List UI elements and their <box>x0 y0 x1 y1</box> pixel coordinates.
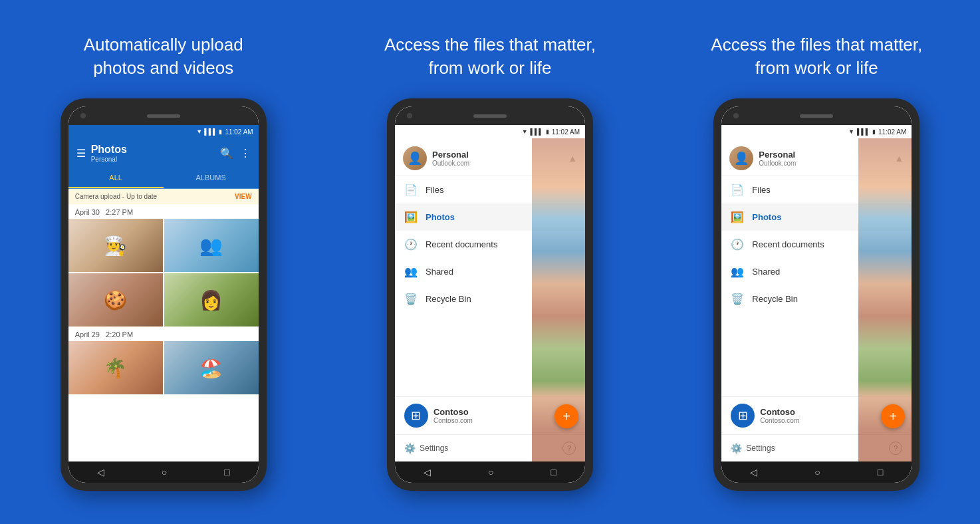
photos-icon: 🖼️ <box>404 211 418 223</box>
phone-camera <box>80 113 86 118</box>
status-time-d2: 11:02 AM <box>878 128 906 136</box>
camera-upload-bar: Camera upload - Up to date VIEW <box>68 189 259 204</box>
file-icon-2: 📄 <box>731 184 744 196</box>
home-button[interactable]: ○ <box>162 467 167 477</box>
photo-cell-1[interactable]: 👨‍🍳 <box>68 219 163 272</box>
battery-icon-d1: ▮ <box>546 128 549 135</box>
recycle-icon: 🗑️ <box>404 293 418 305</box>
panel-title-drawer2: Access the files that matter,from work o… <box>711 33 922 80</box>
back-button-d2[interactable]: ◁ <box>750 467 757 477</box>
recycle-icon-2: 🗑️ <box>731 293 744 305</box>
photo-cell-3[interactable]: 🍪 <box>68 273 163 327</box>
battery-icon: ▮ <box>219 128 222 135</box>
home-button-d1[interactable]: ○ <box>488 467 493 477</box>
signal-icon-d1: ▌▌▌ <box>531 128 543 135</box>
account-avatar-2: ⊞ <box>404 404 428 428</box>
view-button[interactable]: VIEW <box>235 193 252 200</box>
account-avatar-2b: ⊞ <box>731 404 755 428</box>
phone-topbar-d2 <box>721 106 912 125</box>
status-bar-photos: ▼ ▌▌▌ ▮ 11:02 AM <box>68 125 259 138</box>
signal-icons: ▼ ▌▌▌ ▮ <box>196 128 222 135</box>
photo-cell-5[interactable]: 🌴 <box>68 341 163 394</box>
tab-albums[interactable]: ALBUMS <box>164 168 259 188</box>
wifi-icon-d2: ▼ <box>848 128 854 135</box>
photos-app-header: ☰ Photos Personal 🔍 ⋮ <box>68 138 259 168</box>
panel-drawer1: Access the files that matter,from work o… <box>337 33 643 491</box>
photo-grid-1: 👨‍🍳 👥 🍪 👩 <box>68 219 259 327</box>
shared-icon: 👥 <box>404 265 418 278</box>
photos-icon-2: 🖼️ <box>731 211 744 223</box>
shared-icon-2: 👥 <box>731 265 744 278</box>
nav-label-files: Files <box>426 185 443 195</box>
drawer-content: 👤 Personal Outlook.com ▲ 📄 Files <box>395 138 585 461</box>
account-avatar-1b: 👤 <box>729 146 753 170</box>
back-button-d1[interactable]: ◁ <box>424 467 431 477</box>
settings-label: Settings <box>420 444 448 453</box>
recent-icon: 🕐 <box>404 238 418 251</box>
account-email-1: Outlook.com <box>432 160 469 167</box>
app-title: Photos <box>91 144 127 156</box>
settings-item-2[interactable]: ⚙️ Settings <box>731 443 775 454</box>
account-name-2b: Contoso <box>760 407 799 417</box>
search-icon[interactable]: 🔍 <box>220 147 233 160</box>
file-icon: 📄 <box>404 184 418 196</box>
account-email-1b: Outlook.com <box>759 160 796 167</box>
phone-drawer1: ▼ ▌▌▌ ▮ 11:02 AM 👤 Personal <box>387 98 593 491</box>
phone-bottom-nav-photos: ◁ ○ □ <box>68 461 259 483</box>
panel-title-photos: Automatically uploadphotos and videos <box>84 33 243 80</box>
nav-label-recent-2: Recent documents <box>752 239 824 249</box>
signal-icon: ▌▌▌ <box>204 128 217 135</box>
settings-label-2: Settings <box>746 444 775 453</box>
account-avatar-1: 👤 <box>403 146 427 170</box>
wifi-icon: ▼ <box>196 128 202 135</box>
panel-title-drawer1: Access the files that matter,from work o… <box>384 33 596 80</box>
camera-upload-text: Camera upload - Up to date <box>75 193 157 200</box>
photos-content: April 30 2:27 PM 👨‍🍳 👥 🍪 👩 Apri <box>68 204 259 461</box>
settings-icon: ⚙️ <box>404 443 416 454</box>
recents-button-d2[interactable]: □ <box>878 467 883 477</box>
account-name-1b: Personal <box>759 150 796 160</box>
drawer-content-2: 👤 Personal Outlook.com ▲ 📄 Files <box>721 138 912 461</box>
status-time-d1: 11:02 AM <box>552 128 580 136</box>
photo-cell-4[interactable]: 👩 <box>164 273 259 327</box>
nav-label-photos-2: Photos <box>752 212 781 222</box>
section-label-1: April 30 2:27 PM <box>68 204 259 219</box>
hamburger-icon[interactable]: ☰ <box>76 147 86 160</box>
settings-icon-2: ⚙️ <box>731 443 742 454</box>
settings-item[interactable]: ⚙️ Settings <box>404 443 448 454</box>
nav-label-files-2: Files <box>752 185 770 195</box>
phone-camera-d2 <box>733 113 739 118</box>
account-email-2b: Contoso.com <box>760 417 799 424</box>
back-button[interactable]: ◁ <box>97 467 104 477</box>
phone-topbar <box>68 106 259 125</box>
home-button-d2[interactable]: ○ <box>814 467 820 477</box>
phone-speaker-d1 <box>473 114 507 118</box>
status-time-photos: 11:02 AM <box>225 128 253 136</box>
fab-add-button[interactable]: + <box>554 404 578 428</box>
recent-icon-2: 🕐 <box>731 238 744 251</box>
photo-cell-2[interactable]: 👥 <box>164 219 259 272</box>
nav-label-recycle: Recycle Bin <box>426 294 471 304</box>
phone-topbar-d1 <box>395 106 585 125</box>
phone-bottom-nav-d2: ◁ ○ □ <box>721 461 912 483</box>
nav-label-photos: Photos <box>426 212 455 222</box>
recents-button-d1[interactable]: □ <box>551 467 556 477</box>
status-bar-drawer2: ▼ ▌▌▌ ▮ 11:02 AM <box>721 125 912 138</box>
photo-cell-6[interactable]: 🏖️ <box>164 341 259 394</box>
tabs-bar: ALL ALBUMS <box>68 168 259 189</box>
nav-label-shared-2: Shared <box>752 267 780 277</box>
nav-label-recycle-2: Recycle Bin <box>752 294 798 304</box>
tab-all[interactable]: ALL <box>68 168 164 188</box>
panel-drawer2: Access the files that matter,from work o… <box>664 33 969 491</box>
battery-icon-d2: ▮ <box>872 128 876 135</box>
panel-photos: Automatically uploadphotos and videos ▼ … <box>11 33 316 491</box>
phone-photos: ▼ ▌▌▌ ▮ 11:02 AM ☰ Photos Personal 🔍 ⋮ <box>61 98 267 491</box>
section-label-2: April 29 2:20 PM <box>68 327 259 341</box>
recents-button[interactable]: □ <box>224 467 229 477</box>
more-icon[interactable]: ⋮ <box>240 147 251 160</box>
phone-drawer2: ▼ ▌▌▌ ▮ 11:02 AM 👤 Personal Outlook.com <box>713 98 919 491</box>
account-name-2: Contoso <box>433 407 473 417</box>
phone-camera-d1 <box>407 113 412 118</box>
nav-label-recent: Recent documents <box>426 239 497 249</box>
status-bar-drawer1: ▼ ▌▌▌ ▮ 11:02 AM <box>395 125 585 138</box>
